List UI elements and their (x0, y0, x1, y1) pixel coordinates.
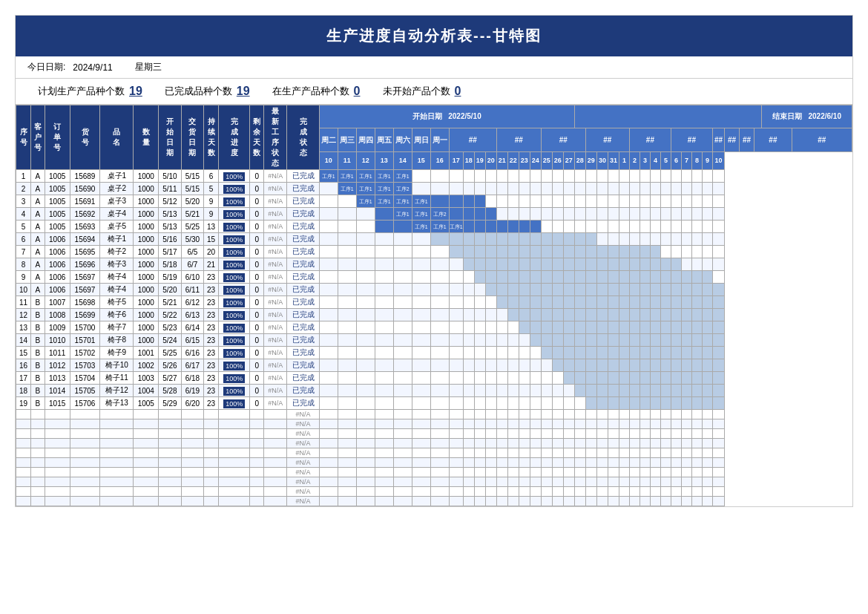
empty-gantt-cell (619, 458, 629, 468)
gantt-day-4 (393, 246, 412, 258)
empty-na-cell: #N/A (287, 497, 320, 506)
status-cell: 已完成 (287, 296, 320, 309)
th-spacer (574, 105, 761, 128)
gantt-day-29 (691, 309, 702, 321)
gantt-day-17 (563, 195, 574, 208)
progress-cell: 100% (219, 170, 250, 183)
gantt-day-12 (507, 233, 519, 246)
gantt-day-22 (619, 372, 629, 385)
empty-cell (100, 429, 134, 439)
gantt-day-13 (519, 271, 530, 284)
empty-gantt-cell (507, 448, 519, 458)
cell-8: 21 (204, 258, 219, 271)
empty-cell (31, 477, 45, 487)
gantt-day-10 (485, 284, 496, 296)
empty-cell (16, 439, 31, 448)
empty-gantt-cell (412, 419, 430, 429)
gantt-day-0 (319, 372, 338, 385)
gantt-day-28 (681, 271, 691, 284)
empty-gantt-cell (552, 477, 563, 487)
empty-cell (181, 429, 203, 439)
empty-gantt-cell (585, 410, 596, 419)
cell-7: 5/30 (181, 233, 203, 246)
th-hash3: ## (541, 128, 585, 151)
gantt-day-9 (474, 372, 485, 385)
gantt-day-31 (712, 296, 724, 309)
gantt-day-12 (507, 372, 519, 385)
cell-6: 5/17 (159, 246, 181, 258)
empty-gantt-cell (712, 468, 724, 477)
gantt-day-22 (619, 183, 629, 195)
empty-gantt-cell (541, 419, 552, 429)
gantt-day-29 (691, 183, 702, 195)
gantt-day-13 (519, 221, 530, 233)
gantt-day-29 (691, 221, 702, 233)
empty-cell (16, 458, 31, 468)
empty-cell (250, 477, 264, 487)
empty-gantt-cell (541, 439, 552, 448)
d20: 20 (485, 151, 496, 169)
gantt-day-25 (650, 258, 660, 271)
gantt-day-6: 工序1 (430, 221, 449, 233)
cell-4: 桌子5 (100, 221, 134, 233)
gantt-day-8 (463, 321, 474, 334)
cell-4: 椅子4 (100, 284, 134, 296)
gantt-day-16 (552, 347, 563, 359)
d26: 26 (552, 151, 563, 169)
d8j: 8 (691, 151, 702, 169)
progress-cell: 100% (219, 246, 250, 258)
cell-4: 椅子9 (100, 347, 134, 359)
today-date: 2024/9/11 (73, 62, 112, 73)
gantt-day-18 (574, 258, 585, 271)
empty-cell (181, 477, 203, 487)
empty-gantt-cell (671, 468, 681, 477)
gantt-day-0 (319, 195, 338, 208)
gantt-day-7 (449, 334, 463, 347)
gantt-day-20 (596, 258, 608, 271)
empty-row: #N/A (16, 497, 852, 506)
cell-5: 1004 (134, 385, 159, 397)
cell-4: 椅子4 (100, 271, 134, 284)
empty-gantt-cell (596, 429, 608, 439)
empty-gantt-cell (608, 439, 619, 448)
empty-cell (70, 419, 100, 429)
gantt-day-31 (712, 372, 724, 385)
cell-8: 23 (204, 359, 219, 372)
cell-4: 椅子3 (100, 258, 134, 271)
gantt-day-25 (650, 397, 660, 410)
remain-cell: 0 (250, 296, 264, 309)
table-row: 12B100815699椅子610005/226/1323100%0#N/A已完… (16, 309, 852, 321)
gantt-day-18 (574, 309, 585, 321)
empty-gantt-cell (474, 410, 485, 419)
empty-cell (70, 497, 100, 506)
empty-cell (100, 487, 134, 497)
gantt-day-26 (660, 372, 671, 385)
empty-cell (70, 458, 100, 468)
empty-gantt-cell (319, 468, 338, 477)
empty-cell (134, 497, 159, 506)
gantt-day-25 (650, 296, 660, 309)
gantt-day-14 (530, 385, 541, 397)
wstatus-cell: #N/A (264, 347, 287, 359)
cell-1: B (31, 296, 45, 309)
gantt-day-5 (412, 385, 430, 397)
gantt-day-8 (463, 359, 474, 372)
empty-gantt-cell (496, 458, 507, 468)
cell-6: 5/27 (159, 372, 181, 385)
gantt-day-18 (574, 170, 585, 183)
empty-na-cell: #N/A (287, 419, 320, 429)
empty-gantt-cell (574, 419, 585, 429)
empty-gantt-cell (519, 468, 530, 477)
gantt-day-0 (319, 246, 338, 258)
empty-gantt-cell (356, 419, 375, 429)
empty-gantt-cell (574, 439, 585, 448)
empty-gantt-cell (640, 419, 650, 429)
empty-gantt-cell (660, 419, 671, 429)
gantt-day-25 (650, 170, 660, 183)
cell-7: 6/13 (181, 309, 203, 321)
gantt-day-12 (507, 195, 519, 208)
empty-gantt-cell (585, 497, 596, 506)
empty-gantt-cell (496, 439, 507, 448)
d24: 24 (530, 151, 541, 169)
d10: 10 (319, 151, 338, 169)
